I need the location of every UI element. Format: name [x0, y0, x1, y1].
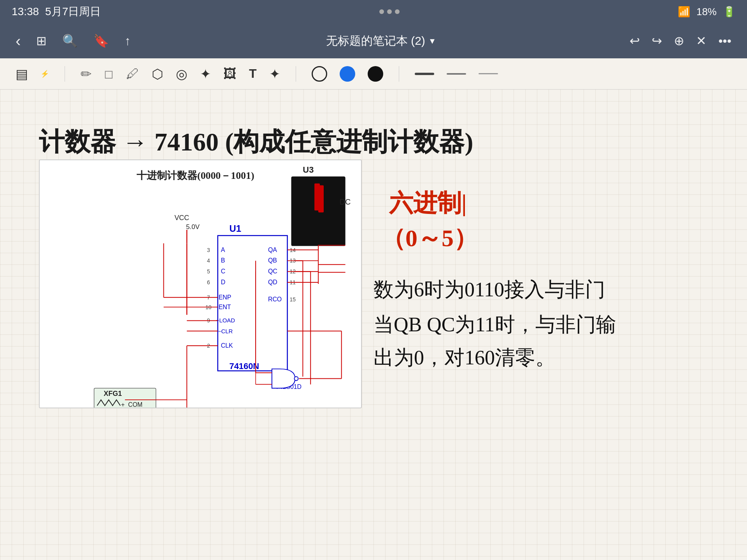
lasso-tool-button[interactable]: ⬡	[152, 66, 163, 82]
status-left: 13:38 5月7日周日	[12, 4, 101, 19]
marker-tool-button[interactable]: 🖊	[126, 66, 139, 81]
pen-tool-button[interactable]: ✏	[81, 66, 91, 82]
svg-text:ENT: ENT	[219, 304, 231, 310]
svg-text:A: A	[221, 247, 225, 253]
status-bar: 13:38 5月7日周日 📶 18% 🔋	[0, 0, 747, 23]
svg-text:QD: QD	[268, 279, 277, 285]
svg-text:6: 6	[207, 279, 210, 285]
svg-text:QA: QA	[268, 247, 277, 253]
svg-text:B: B	[221, 257, 225, 264]
svg-text:5: 5	[207, 268, 210, 275]
battery-icon: 🔋	[723, 6, 735, 18]
bookmark-button[interactable]: 🔖	[93, 33, 109, 48]
back-button[interactable]: ‹	[16, 32, 21, 50]
magic-tool-button[interactable]: ✦	[269, 66, 280, 82]
image-tool-button[interactable]: 🖼	[223, 66, 237, 81]
dot2	[387, 9, 392, 14]
shape-tool-button[interactable]: ◎	[176, 66, 188, 82]
title-right: ↩ ↪ ⊕ ✕ •••	[630, 33, 731, 48]
svg-text:十进制计数器(0000－1001): 十进制计数器(0000－1001)	[137, 170, 254, 181]
sidebar-toggle-button[interactable]: ▤	[16, 66, 28, 82]
svg-text:QB: QB	[268, 257, 277, 264]
annotation-red-title: 六进制|	[389, 187, 467, 219]
svg-text:15: 15	[290, 296, 296, 303]
dot1	[379, 9, 384, 14]
canvas-area: 计数器 → 74160 (构成任意进制计数器) 十进制计数器(0000－1001…	[0, 89, 747, 560]
text-tool-button[interactable]: T	[249, 66, 257, 81]
title-bar: ‹ ⊞ 🔍 🔖 ↑ 无标题的笔记本 (2) ▾ ↩ ↪ ⊕ ✕ •••	[0, 23, 747, 58]
color-blue-button[interactable]	[340, 66, 355, 82]
redo-button[interactable]: ↪	[652, 33, 662, 48]
svg-rect-49	[94, 388, 156, 408]
svg-text:74160N: 74160N	[230, 361, 260, 371]
annotation-black-line3: 出为0，对160清零。	[374, 344, 556, 371]
close-button[interactable]: ✕	[696, 33, 707, 48]
status-dots	[379, 9, 400, 14]
svg-text:3: 3	[207, 247, 210, 253]
eraser-tool-button[interactable]: ◻	[104, 67, 114, 80]
svg-text:U1: U1	[230, 223, 241, 234]
separator2	[296, 66, 296, 82]
svg-text:D: D	[221, 279, 225, 285]
svg-text:C: C	[221, 268, 225, 275]
svg-text:~LOAD: ~LOAD	[216, 317, 235, 324]
star-tool-button[interactable]: ✦	[200, 66, 211, 82]
circuit-svg: 十进制计数器(0000－1001) U3 DC U1 A B C D ENP E…	[40, 160, 361, 408]
separator3	[399, 66, 399, 82]
date-display: 5月7日周日	[45, 4, 101, 19]
color-black-button[interactable]	[368, 66, 383, 82]
dropdown-icon[interactable]: ▾	[430, 35, 435, 46]
grid-button[interactable]: ⊞	[36, 33, 47, 48]
status-center	[379, 9, 400, 14]
svg-text:COM: COM	[128, 401, 142, 408]
more-button[interactable]: •••	[718, 34, 731, 48]
undo-button[interactable]: ↩	[630, 33, 640, 48]
annotation-black-line2: 当QB QC为11时，与非门输	[374, 311, 616, 338]
svg-text:~CLR: ~CLR	[218, 328, 233, 334]
bluetooth-icon: ⚡	[40, 70, 49, 78]
svg-text:CLK: CLK	[221, 342, 233, 349]
svg-text:DC: DC	[340, 198, 351, 206]
status-right: 📶 18% 🔋	[678, 6, 735, 18]
svg-text:5.0V: 5.0V	[186, 223, 200, 231]
svg-text:4: 4	[207, 257, 210, 264]
svg-rect-5	[318, 186, 324, 213]
dot3	[395, 9, 400, 14]
svg-text:ENP: ENP	[219, 294, 231, 301]
svg-text:QC: QC	[268, 268, 277, 275]
toolbar: ▤ ⚡ ✏ ◻ 🖊 ⬡ ◎ ✦ 🖼 T ✦	[0, 58, 747, 89]
annotation-black-line1: 数为6时为0110接入与非门	[374, 276, 605, 303]
page-title: 计数器 → 74160 (构成任意进制计数器)	[39, 124, 473, 159]
svg-text:RCO: RCO	[268, 296, 282, 303]
circuit-diagram: 十进制计数器(0000－1001) U3 DC U1 A B C D ENP E…	[39, 159, 362, 408]
annotation-red-range: （0～5）	[381, 222, 478, 254]
svg-text:XFG1: XFG1	[104, 390, 122, 397]
svg-text:+: +	[121, 401, 124, 408]
notebook-title: 无标题的笔记本 (2)	[326, 33, 425, 49]
title-center: 无标题的笔记本 (2) ▾	[326, 33, 435, 49]
battery-display: 18%	[696, 6, 717, 18]
svg-text:U3: U3	[303, 165, 314, 175]
share-button[interactable]: ↑	[124, 34, 131, 48]
wifi-icon: 📶	[678, 6, 690, 18]
time-display: 13:38	[12, 5, 39, 18]
add-page-button[interactable]: ⊕	[674, 33, 684, 48]
title-left: ‹ ⊞ 🔍 🔖 ↑	[16, 32, 131, 50]
line-thick-button[interactable]	[415, 73, 434, 75]
separator1	[65, 66, 65, 82]
svg-point-62	[294, 377, 298, 381]
svg-text:VCC: VCC	[174, 214, 189, 222]
search-button[interactable]: 🔍	[62, 33, 78, 48]
color-black-outline-button[interactable]	[312, 66, 327, 82]
line-medium-button[interactable]	[447, 73, 466, 75]
line-thin-button[interactable]	[479, 73, 498, 74]
